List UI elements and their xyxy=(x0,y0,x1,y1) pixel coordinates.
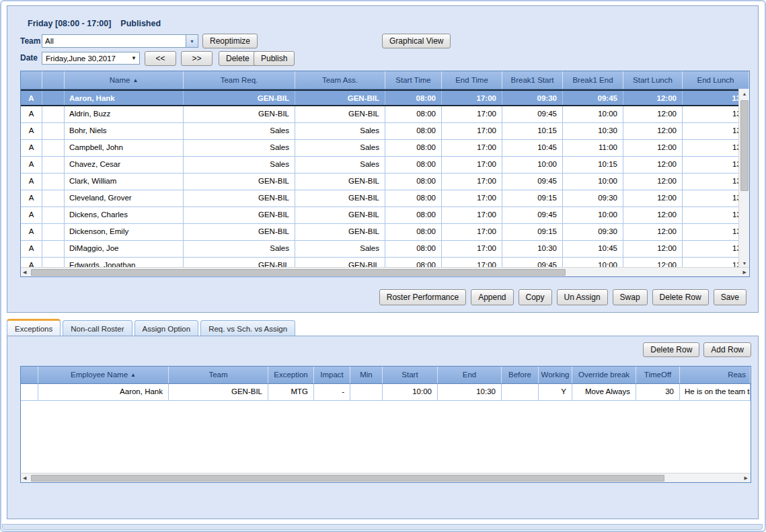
exception-cell-employee-name[interactable]: Aaron, Hank xyxy=(38,384,169,400)
roster-cell-name[interactable]: Aldrin, Buzz xyxy=(65,106,184,122)
roster-cell-break1-end[interactable]: 09:45 xyxy=(563,91,623,105)
roster-cell-start-lunch[interactable]: 12:00 xyxy=(623,140,683,156)
roster-cell-status[interactable]: A xyxy=(21,207,42,223)
exception-row[interactable]: Aaron, HankGEN-BILMTG-10:0010:30YMove Al… xyxy=(21,384,751,401)
roster-cell-name[interactable]: Bohr, Niels xyxy=(65,123,184,139)
roster-cell-name[interactable]: Cleveland, Grover xyxy=(65,190,184,206)
horizontal-scrollbar[interactable]: ◀ ▶ xyxy=(21,267,749,276)
exception-header-override-break[interactable]: Override break xyxy=(572,367,636,383)
roster-cell-status[interactable]: A xyxy=(21,224,42,240)
roster-cell-break1-end[interactable]: 10:00 xyxy=(563,106,623,122)
roster-cell-name[interactable]: Aaron, Hank xyxy=(65,91,184,105)
tab-non-call-roster[interactable]: Non-call Roster xyxy=(63,320,132,336)
roster-header-team-ass[interactable]: Team Ass. xyxy=(295,71,385,89)
roster-cell-status[interactable]: A xyxy=(21,123,42,139)
roster-cell-break1-end[interactable]: 09:30 xyxy=(563,190,623,206)
exception-cell-impact[interactable]: - xyxy=(314,384,350,400)
roster-cell-team-ass[interactable]: GEN-BIL xyxy=(295,224,385,240)
roster-cell-start-time[interactable]: 08:00 xyxy=(385,106,442,122)
exception-cell-start[interactable]: 10:00 xyxy=(383,384,438,400)
roster-cell-end-time[interactable]: 17:00 xyxy=(442,140,502,156)
roster-cell-break1-start[interactable]: 09:30 xyxy=(502,91,563,105)
date-select[interactable]: Friday,June 30,2017 ▼ xyxy=(42,52,140,65)
scroll-right-icon[interactable]: ▶ xyxy=(743,270,746,275)
exception-header-min[interactable]: Min xyxy=(350,367,383,383)
publish-button[interactable]: Publish xyxy=(254,51,295,66)
roster-cell-break1-end[interactable]: 10:30 xyxy=(563,123,623,139)
roster-cell-name[interactable]: Dickens, Charles xyxy=(65,207,184,223)
roster-header-team-req[interactable]: Team Req. xyxy=(184,71,295,89)
roster-cell-break1-start[interactable]: 09:45 xyxy=(502,207,563,223)
roster-cell-name[interactable]: Campbell, John xyxy=(65,140,184,156)
exception-cell-exception[interactable]: MTG xyxy=(268,384,314,400)
exception-header-before[interactable]: Before xyxy=(502,367,539,383)
roster-cell-name[interactable]: Clark, William xyxy=(65,174,184,190)
roster-cell-start-time[interactable]: 08:00 xyxy=(385,174,442,190)
roster-row[interactable]: ACleveland, GroverGEN-BILGEN-BIL08:0017:… xyxy=(21,190,749,207)
scroll-up-icon[interactable]: ▲ xyxy=(739,91,750,96)
roster-cell-indicator[interactable] xyxy=(42,123,65,139)
exception-header-start[interactable]: Start xyxy=(383,367,438,383)
horizontal-scroll-thumb[interactable] xyxy=(31,269,566,276)
exception-cell-end[interactable]: 10:30 xyxy=(438,384,502,400)
roster-cell-name[interactable]: Dickenson, Emily xyxy=(65,224,184,240)
roster-cell-break1-start[interactable]: 09:15 xyxy=(502,190,563,206)
roster-row[interactable]: ADiMaggio, JoeSalesSales08:0017:0010:301… xyxy=(21,241,749,258)
roster-cell-end-time[interactable]: 17:00 xyxy=(442,224,502,240)
exception-cell-indicator[interactable] xyxy=(21,384,38,400)
roster-cell-break1-start[interactable]: 10:30 xyxy=(502,241,563,257)
roster-cell-start-time[interactable]: 08:00 xyxy=(385,224,442,240)
roster-cell-name[interactable]: DiMaggio, Joe xyxy=(65,241,184,257)
roster-cell-end-time[interactable]: 17:00 xyxy=(442,91,502,105)
roster-cell-indicator[interactable] xyxy=(42,241,65,257)
roster-performance-button[interactable]: Roster Performance xyxy=(379,289,466,305)
exception-cell-timeoff[interactable]: 30 xyxy=(636,384,680,400)
roster-row[interactable]: ADickenson, EmilyGEN-BILGEN-BIL08:0017:0… xyxy=(21,224,749,241)
roster-header-start-time[interactable]: Start Time xyxy=(385,71,442,89)
roster-cell-team-req[interactable]: Sales xyxy=(184,241,295,257)
scroll-down-icon[interactable]: ▼ xyxy=(739,261,750,266)
roster-cell-team-ass[interactable]: Sales xyxy=(295,123,385,139)
roster-cell-team-ass[interactable]: GEN-BIL xyxy=(295,91,385,105)
tab-req-vs-sch-vs-assign[interactable]: Req. vs Sch. vs Assign xyxy=(200,320,295,336)
roster-cell-end-time[interactable]: 17:00 xyxy=(442,207,502,223)
roster-cell-start-time[interactable]: 08:00 xyxy=(385,91,442,105)
roster-cell-break1-end[interactable]: 11:00 xyxy=(563,140,623,156)
roster-cell-indicator[interactable] xyxy=(42,106,65,122)
exception-cell-min[interactable] xyxy=(350,384,383,400)
roster-cell-status[interactable]: A xyxy=(21,174,42,190)
exception-cell-team[interactable]: GEN-BIL xyxy=(169,384,268,400)
exceptions-horizontal-scroll-thumb[interactable] xyxy=(31,475,664,482)
roster-row[interactable]: AChavez, CesarSalesSales08:0017:0010:001… xyxy=(21,157,749,174)
scroll-right-icon[interactable]: ▶ xyxy=(744,476,748,481)
swap-button[interactable]: Swap xyxy=(613,289,648,305)
roster-row[interactable]: ABohr, NielsSalesSales08:0017:0010:1510:… xyxy=(21,123,749,140)
append-button[interactable]: Append xyxy=(471,289,513,305)
roster-cell-start-time[interactable]: 08:00 xyxy=(385,207,442,223)
roster-row[interactable]: ACampbell, JohnSalesSales08:0017:0010:45… xyxy=(21,140,749,157)
roster-cell-team-ass[interactable]: Sales xyxy=(295,140,385,156)
roster-cell-team-req[interactable]: Sales xyxy=(184,140,295,156)
roster-cell-end-time[interactable]: 17:00 xyxy=(442,106,502,122)
exception-header-impact[interactable]: Impact xyxy=(314,367,350,383)
roster-cell-start-time[interactable]: 08:00 xyxy=(385,157,442,173)
exception-cell-override-break[interactable]: Move Always xyxy=(572,384,636,400)
roster-cell-break1-end[interactable]: 10:45 xyxy=(563,241,623,257)
reoptimize-button[interactable]: Reoptimize xyxy=(202,34,258,48)
roster-header-name[interactable]: Name▲ xyxy=(65,71,184,89)
scroll-left-icon[interactable]: ◀ xyxy=(23,270,26,275)
roster-cell-team-ass[interactable]: GEN-BIL xyxy=(295,174,385,190)
roster-cell-team-req[interactable]: GEN-BIL xyxy=(184,91,295,105)
roster-cell-indicator[interactable] xyxy=(42,190,65,206)
exceptions-delete-row-button[interactable]: Delete Row xyxy=(643,342,699,357)
save-button[interactable]: Save xyxy=(714,289,746,305)
exception-cell-before[interactable] xyxy=(502,384,539,400)
roster-cell-start-time[interactable]: 08:00 xyxy=(385,140,442,156)
roster-cell-status[interactable]: A xyxy=(21,157,42,173)
chevron-down-icon[interactable]: ▼ xyxy=(186,35,198,47)
roster-cell-start-time[interactable]: 08:00 xyxy=(385,123,442,139)
roster-row[interactable]: AAaron, HankGEN-BILGEN-BIL08:0017:0009:3… xyxy=(21,89,749,106)
roster-header-start-lunch[interactable]: Start Lunch xyxy=(623,71,683,89)
roster-cell-team-ass[interactable]: Sales xyxy=(295,241,385,257)
roster-cell-break1-start[interactable]: 09:45 xyxy=(502,106,563,122)
